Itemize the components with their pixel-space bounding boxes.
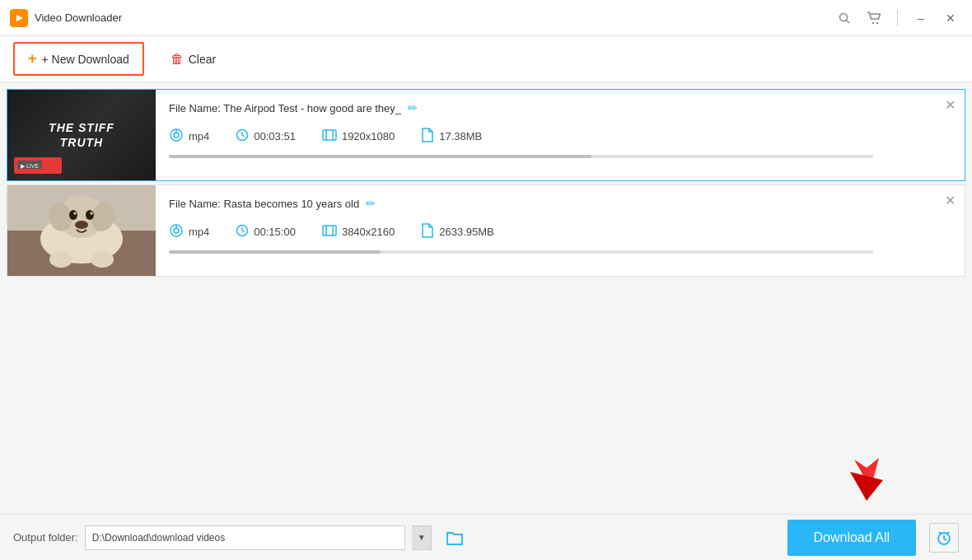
svg-line-3 [847,20,850,23]
progress-bar-1 [169,155,873,158]
close-button[interactable]: ✕ [939,7,962,30]
format-icon-1 [169,128,184,145]
svg-point-4 [872,21,874,23]
file-name-row: File Name: The Airpod Test - how good ar… [169,101,951,114]
thumb-badge: ▶ LIVE [14,157,62,174]
filesize-icon-2 [421,223,434,240]
clock-icon-2 [236,224,249,240]
filesize-label-2: 2633.95MB [439,226,494,238]
svg-marker-37 [850,472,883,501]
file-meta-row-2: mp4 00:15:00 [169,223,951,240]
separator [897,10,898,26]
download-info-2: File Name: Rasta becomes 10 years old ✏ … [156,185,965,276]
progress-bar-2 [169,250,873,254]
svg-point-28 [49,251,72,268]
resolution-icon-2 [322,225,337,239]
duration-label-2: 00:15:00 [254,226,296,238]
clear-button[interactable]: 🗑 Clear [157,45,229,73]
svg-point-23 [69,210,77,220]
empty-space [7,280,965,400]
svg-point-5 [876,21,878,23]
download-item: File Name: Rasta becomes 10 years old ✏ … [7,184,965,277]
edit-icon-1[interactable]: ✏ [408,101,418,114]
format-label-1: mp4 [189,130,209,142]
resolution-icon-1 [322,129,337,143]
footer: Output folder: D:\Download\download vide… [0,514,972,560]
format-label-2: mp4 [189,226,209,238]
app-icon [10,9,28,27]
svg-point-24 [86,210,94,220]
format-2: mp4 [169,223,209,240]
progress-fill-2 [169,250,381,254]
new-download-button[interactable]: + + New Download [13,42,144,76]
thumb-text: THE STIFFTRUTH [42,114,121,156]
resolution-label-2: 3840x2160 [342,226,395,238]
filesize-icon-1 [421,128,434,145]
format-icon-2 [169,223,184,240]
file-name-2: File Name: Rasta becomes 10 years old [169,198,359,210]
cart-button[interactable] [862,7,886,30]
duration-label-1: 00:03:51 [254,130,296,142]
new-download-label: + New Download [42,53,129,66]
svg-point-10 [174,133,179,138]
resolution-label-1: 1920x1080 [342,130,395,142]
svg-point-25 [73,212,77,215]
file-name-row-2: File Name: Rasta becomes 10 years old ✏ [169,197,951,210]
duration-1: 00:03:51 [236,128,296,144]
filesize-1: 17.38MB [421,128,482,145]
svg-rect-7 [44,161,58,169]
file-meta-row-1: mp4 00:03:51 [169,128,951,145]
clock-icon-1 [236,128,249,144]
edit-icon-2[interactable]: ✏ [366,197,376,210]
folder-dropdown-btn[interactable]: ▼ [412,525,432,550]
alarm-button[interactable] [929,523,959,553]
svg-point-31 [174,228,179,233]
svg-text:▶ LIVE: ▶ LIVE [21,163,39,169]
filesize-label-1: 17.38MB [439,130,482,142]
svg-point-27 [75,221,88,229]
close-item-2[interactable]: ✕ [942,192,958,208]
toolbar: + + New Download 🗑 Clear [0,36,972,82]
trash-icon: 🗑 [171,52,184,67]
svg-point-2 [840,13,848,21]
plus-icon: + [28,50,37,68]
svg-point-26 [90,212,93,215]
format-1: mp4 [169,128,209,145]
svg-rect-13 [323,130,336,140]
thumbnail-2 [7,185,156,276]
search-button[interactable] [833,7,856,30]
minimize-button[interactable]: – [909,7,932,30]
svg-rect-34 [323,226,336,236]
filesize-2: 2633.95MB [421,223,494,240]
download-all-button[interactable]: Download All [787,520,917,556]
file-name-1: File Name: The Airpod Test - how good ar… [169,102,401,114]
download-item: THE STIFFTRUTH ▶ LIVE File Name: The Air… [7,89,965,181]
folder-path-input[interactable]: D:\Download\download videos [85,525,405,550]
resolution-1: 1920x1080 [322,129,395,143]
download-list: THE STIFFTRUTH ▶ LIVE File Name: The Air… [0,82,972,514]
download-arrow [776,402,883,501]
progress-fill-1 [169,155,591,158]
title-bar: Video Downloader – ✕ [0,0,972,36]
thumbnail-1: THE STIFFTRUTH ▶ LIVE [7,90,156,180]
output-folder-label: Output folder: [13,531,78,544]
app-title: Video Downloader [35,12,833,24]
svg-point-29 [91,251,114,268]
duration-2: 00:15:00 [236,224,296,240]
folder-browse-button[interactable] [442,525,468,550]
window-controls: – ✕ [833,7,962,30]
resolution-2: 3840x2160 [322,225,395,239]
download-info-1: File Name: The Airpod Test - how good ar… [156,90,965,180]
close-item-1[interactable]: ✕ [942,96,958,113]
clear-label: Clear [189,53,216,66]
